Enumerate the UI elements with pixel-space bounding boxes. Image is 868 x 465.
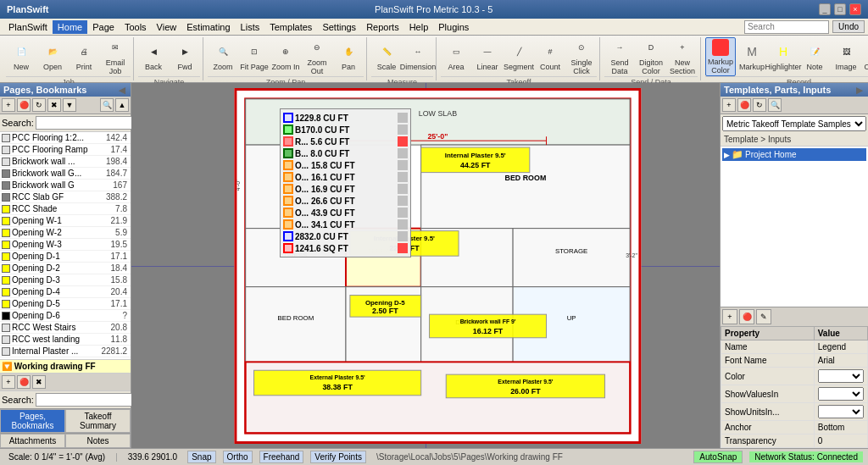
- rp-refresh-btn[interactable]: ↻: [753, 98, 766, 112]
- list-item[interactable]: Opening D-420.4: [0, 286, 131, 298]
- dimension-button[interactable]: ↔ Dimension: [403, 37, 433, 76]
- forward-button[interactable]: ▶ Fwd: [170, 37, 200, 76]
- new-section-button[interactable]: + New Section: [667, 37, 698, 76]
- canvas-area[interactable]: LOW SLAB BATH ROOM DRESS TERRACE BED ROO…: [131, 83, 720, 448]
- note-button[interactable]: 📝 Note: [799, 37, 830, 76]
- tab-notes[interactable]: Notes: [65, 434, 131, 448]
- new-button[interactable]: 📄 New: [6, 37, 36, 76]
- bottom-clear-btn[interactable]: ✖: [32, 375, 46, 389]
- prop-value[interactable]: Bottom: [814, 421, 867, 435]
- menu-help[interactable]: Help: [404, 20, 434, 34]
- markup-color-button[interactable]: Markup Color: [705, 37, 736, 76]
- prop-select[interactable]: [818, 387, 864, 401]
- overlay-button[interactable]: O Overlay: [862, 37, 868, 76]
- image-button[interactable]: 🖼 Image: [831, 37, 861, 76]
- print-button[interactable]: 🖨 Print: [69, 37, 99, 76]
- linear-button[interactable]: — Linear: [472, 37, 503, 76]
- back-button[interactable]: ◀ Back: [138, 37, 169, 76]
- rp-bottom-edit-btn[interactable]: ✎: [756, 309, 771, 324]
- snap-button[interactable]: Snap: [187, 451, 215, 463]
- list-item[interactable]: Internal Plaster ...2281.2: [0, 346, 131, 357]
- prop-select[interactable]: [818, 405, 864, 418]
- close-button[interactable]: ×: [849, 3, 861, 15]
- list-item[interactable]: PCC Flooring 1:2...142.4: [0, 132, 131, 144]
- list-item[interactable]: RCC west landing11.8: [0, 334, 131, 346]
- undo-button[interactable]: Undo: [832, 20, 865, 33]
- left-panel-collapse[interactable]: ◀: [117, 86, 127, 95]
- tab-takeoff-summary[interactable]: Takeoff Summary: [65, 409, 131, 433]
- prop-value[interactable]: 0: [814, 435, 867, 448]
- prop-select[interactable]: [818, 369, 864, 383]
- tab-pages-bookmarks[interactable]: Pages, Bookmarks: [0, 409, 65, 433]
- prop-value[interactable]: [814, 403, 867, 421]
- list-item[interactable]: Opening W-25.9: [0, 227, 131, 239]
- menu-view[interactable]: View: [152, 20, 182, 34]
- list-item[interactable]: Opening D-315.8: [0, 274, 131, 286]
- panel-search-btn[interactable]: 🔍: [100, 98, 114, 112]
- prop-value[interactable]: Legend: [814, 340, 867, 354]
- list-item[interactable]: Opening W-121.9: [0, 215, 131, 227]
- panel-clear-btn[interactable]: ✖: [47, 98, 61, 112]
- menu-reports[interactable]: Reports: [361, 20, 404, 34]
- email-button[interactable]: ✉ Email Job: [100, 37, 131, 76]
- minimize-button[interactable]: _: [819, 3, 831, 15]
- menu-home[interactable]: Home: [53, 20, 87, 34]
- rp-remove-btn[interactable]: 🔴: [737, 98, 751, 112]
- panel-filter-btn[interactable]: ▼: [63, 98, 76, 112]
- single-click-button[interactable]: ⊙ Single Click: [566, 37, 597, 76]
- right-panel-collapse[interactable]: ▶: [854, 86, 865, 95]
- list-item[interactable]: Opening W-319.5: [0, 239, 131, 251]
- list-item[interactable]: Opening D-218.4: [0, 263, 131, 274]
- list-item[interactable]: Opening D-6?: [0, 310, 131, 322]
- count-button[interactable]: # Count: [535, 37, 565, 76]
- list-item[interactable]: Brickwork wall G167: [0, 180, 131, 191]
- list-item[interactable]: Opening D-117.1: [0, 251, 131, 263]
- panel-refresh-btn[interactable]: ↻: [32, 98, 46, 112]
- freehand-button[interactable]: Freehand: [259, 451, 304, 463]
- list-item[interactable]: Brickwork wall ...198.4: [0, 156, 131, 168]
- scale-button[interactable]: 📏 Scale: [371, 37, 402, 76]
- search-input[interactable]: [744, 20, 829, 34]
- search-field[interactable]: [36, 116, 147, 130]
- rp-search-btn[interactable]: 🔍: [768, 98, 782, 112]
- list-item[interactable]: PCC Flooring Ramp17.4: [0, 144, 131, 156]
- zoom-out-button[interactable]: ⊖ Zoom Out: [302, 37, 332, 76]
- menu-tools[interactable]: Tools: [120, 20, 152, 34]
- panel-add-btn[interactable]: +: [2, 98, 15, 112]
- list-item[interactable]: RCC West Stairs20.8: [0, 322, 131, 334]
- list-item[interactable]: RCC Shade7.8: [0, 203, 131, 215]
- rp-bottom-remove-btn[interactable]: 🔴: [739, 309, 754, 324]
- zoom-button[interactable]: 🔍 Zoom: [208, 37, 238, 76]
- fit-page-button[interactable]: ⊡ Fit Page: [239, 37, 270, 76]
- highlighter-button[interactable]: H Highlighter: [768, 37, 798, 76]
- list-item[interactable]: Brickwork wall G...184.7: [0, 168, 131, 180]
- menu-plugins[interactable]: Plugins: [433, 20, 474, 34]
- menu-page[interactable]: Page: [87, 20, 120, 34]
- bottom-remove-btn[interactable]: 🔴: [17, 375, 31, 389]
- segment-button[interactable]: ╱ Segment: [504, 37, 534, 76]
- rp-add-btn[interactable]: +: [722, 98, 736, 112]
- search2-field[interactable]: [36, 393, 147, 407]
- autosnap-btn[interactable]: AutoSnap: [693, 451, 743, 463]
- panel-scroll-up-btn[interactable]: ▲: [115, 98, 129, 112]
- zoom-in-button[interactable]: ⊕ Zoom In: [270, 37, 301, 76]
- markup-button[interactable]: M Markup: [737, 37, 767, 76]
- list-item[interactable]: RCC Slab GF388.2: [0, 191, 131, 203]
- menu-planswift[interactable]: PlanSwift: [3, 20, 53, 34]
- menu-estimating[interactable]: Estimating: [181, 20, 235, 34]
- tab-attachments[interactable]: Attachments: [0, 434, 65, 448]
- menu-lists[interactable]: Lists: [236, 20, 265, 34]
- list-item[interactable]: Opening D-517.1: [0, 298, 131, 310]
- panel-remove-btn[interactable]: 🔴: [17, 98, 31, 112]
- bottom-add-btn[interactable]: +: [2, 375, 15, 389]
- rp-bottom-add-btn[interactable]: +: [722, 309, 737, 324]
- send-button[interactable]: → Send Data: [604, 37, 635, 76]
- prop-value[interactable]: Arial: [814, 354, 867, 368]
- tree-item-project-home[interactable]: ▶ 📁 Project Home: [722, 148, 866, 161]
- menu-settings[interactable]: Settings: [317, 20, 361, 34]
- prop-value[interactable]: [814, 368, 867, 385]
- template-select[interactable]: Metric Takeoff Template Samples: [722, 116, 866, 131]
- maximize-button[interactable]: □: [834, 3, 846, 15]
- digiton-button[interactable]: D Digiton Color: [636, 37, 666, 76]
- prop-value[interactable]: [814, 385, 867, 403]
